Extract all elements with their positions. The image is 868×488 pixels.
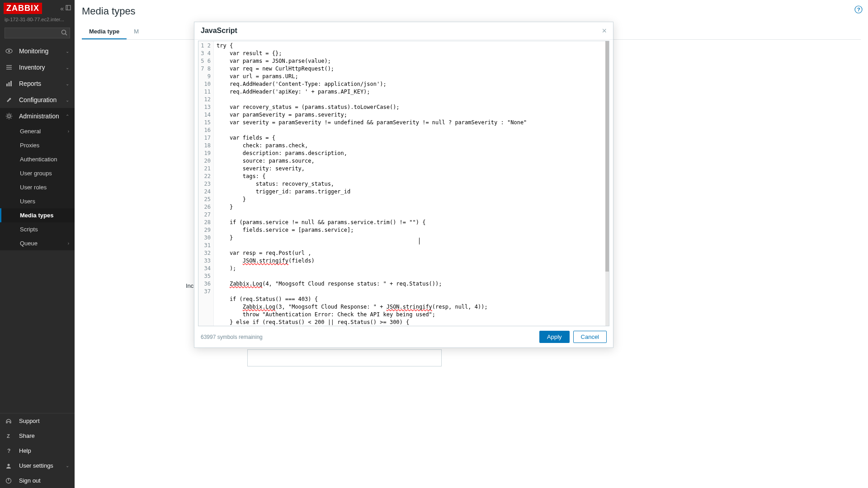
sidebar-item-proxies[interactable]: Proxies	[0, 138, 75, 152]
sidebar-item-general[interactable]: General ›	[0, 124, 75, 138]
sidebar-item-help[interactable]: ? Help	[0, 443, 75, 458]
nav-label: User groups	[20, 170, 52, 177]
page-title: Media types	[82, 5, 861, 17]
hostname: ip-172-31-80-77.ec2.inter...	[0, 17, 75, 26]
sidebar-item-usergroups[interactable]: User groups	[0, 166, 75, 180]
page-help-icon[interactable]: ?	[854, 5, 863, 14]
close-icon[interactable]: ×	[602, 27, 607, 35]
chevron-down-icon: ⌄	[66, 49, 69, 54]
nav-label: Share	[19, 432, 35, 439]
popout-icon[interactable]	[66, 5, 71, 12]
main: Media types ? Media type M Incl JavaScri…	[75, 0, 868, 488]
nav-label: Administration	[19, 113, 59, 120]
search-icon[interactable]	[59, 28, 69, 37]
line-gutter: 1 2 3 4 5 6 7 8 9 10 11 12 13 14 15 16 1…	[198, 41, 214, 326]
svg-text:?: ?	[7, 448, 10, 454]
sidebar-item-administration[interactable]: Administration ⌃	[0, 108, 75, 124]
nav-label: Monitoring	[19, 47, 48, 55]
chevron-down-icon: ⌄	[66, 81, 69, 86]
chevron-right-icon: ›	[68, 129, 69, 134]
svg-line-2	[66, 34, 67, 36]
nav-label: Media types	[20, 212, 53, 219]
nav-label: Sign out	[19, 477, 41, 484]
sidebar-item-queue[interactable]: Queue ›	[0, 236, 75, 250]
signout-icon	[5, 478, 14, 484]
nav-label: Proxies	[20, 142, 39, 149]
logo-row: ZABBIX «	[0, 0, 75, 17]
nav-label: Inventory	[19, 64, 45, 71]
nav-label: Scripts	[20, 226, 38, 233]
wrench-icon	[5, 96, 14, 103]
hidden-textarea[interactable]	[247, 349, 442, 366]
nav-label: User roles	[20, 184, 47, 191]
sidebar-item-share[interactable]: Z Share	[0, 428, 75, 443]
modal-header: JavaScript ×	[194, 22, 613, 40]
sidebar-item-monitoring[interactable]: Monitoring ⌄	[0, 43, 75, 59]
cancel-button[interactable]: Cancel	[573, 331, 607, 343]
code-area[interactable]: try { var result = {}; var params = JSON…	[214, 41, 609, 326]
sidebar-item-inventory[interactable]: Inventory ⌄	[0, 59, 75, 75]
headset-icon	[5, 418, 14, 424]
nav-label: Configuration	[19, 96, 57, 103]
svg-point-1	[62, 30, 66, 34]
sidebar-item-configuration[interactable]: Configuration ⌄	[0, 92, 75, 108]
symbols-remaining: 63997 symbols remaining	[201, 334, 263, 340]
svg-rect-10	[10, 81, 12, 86]
sidebar-item-usersettings[interactable]: User settings ⌄	[0, 458, 75, 473]
svg-rect-9	[9, 82, 10, 86]
eye-icon	[5, 47, 14, 55]
sidebar-item-signout[interactable]: Sign out	[0, 473, 75, 488]
sidebar-item-users[interactable]: Users	[0, 194, 75, 208]
share-icon: Z	[5, 433, 14, 439]
svg-text:?: ?	[857, 7, 860, 12]
sidebar-item-userroles[interactable]: User roles	[0, 180, 75, 194]
sidebar-item-mediatypes[interactable]: Media types	[0, 208, 75, 222]
nav-footer: Support Z Share ? Help User settings ⌄ S…	[0, 413, 75, 488]
chevron-down-icon: ⌄	[66, 463, 69, 468]
tab-partial[interactable]: M	[127, 24, 146, 39]
scrollbar-thumb[interactable]	[605, 41, 609, 272]
code-editor[interactable]: 1 2 3 4 5 6 7 8 9 10 11 12 13 14 15 16 1…	[198, 41, 609, 326]
javascript-modal: JavaScript × 1 2 3 4 5 6 7 8 9 10 11 12 …	[194, 22, 613, 348]
help-icon: ?	[5, 448, 14, 454]
chevron-up-icon: ⌃	[66, 114, 69, 119]
user-icon	[5, 463, 14, 469]
modal-backdrop: JavaScript × 1 2 3 4 5 6 7 8 9 10 11 12 …	[75, 0, 868, 488]
sidebar-item-support[interactable]: Support	[0, 413, 75, 428]
svg-point-11	[8, 115, 10, 117]
svg-point-4	[8, 50, 10, 52]
sidebar: ZABBIX « ip-172-31-80-77.ec2.inter... Mo…	[0, 0, 75, 488]
nav-label: Users	[20, 198, 35, 205]
nav-label: User settings	[19, 462, 53, 469]
scrollbar[interactable]	[605, 41, 609, 326]
collapse-icon[interactable]: «	[60, 5, 64, 12]
nav: Monitoring ⌄ Inventory ⌄ Reports ⌄ Confi…	[0, 43, 75, 413]
nav-label: Reports	[19, 80, 41, 87]
nav-label: General	[20, 128, 41, 135]
gear-icon	[5, 113, 14, 120]
sidebar-item-authentication[interactable]: Authentication	[0, 152, 75, 166]
sidebar-item-reports[interactable]: Reports ⌄	[0, 75, 75, 92]
chart-icon	[5, 80, 14, 87]
svg-text:Z: Z	[7, 433, 10, 439]
chevron-right-icon: ›	[68, 241, 69, 246]
modal-footer: 63997 symbols remaining Apply Cancel	[194, 326, 613, 347]
search-box	[5, 28, 70, 38]
chevron-down-icon: ⌄	[66, 98, 69, 103]
svg-rect-0	[66, 5, 71, 10]
nav-label: Help	[19, 447, 31, 454]
logo[interactable]: ZABBIX	[4, 3, 42, 14]
nav-label: Support	[19, 418, 40, 424]
svg-point-14	[8, 464, 10, 466]
list-icon	[5, 64, 14, 71]
apply-button[interactable]: Apply	[539, 331, 570, 343]
sidebar-item-scripts[interactable]: Scripts	[0, 222, 75, 236]
chevron-down-icon: ⌄	[66, 65, 69, 70]
nav-label: Authentication	[20, 156, 57, 163]
svg-rect-8	[6, 84, 8, 86]
tab-mediatype[interactable]: Media type	[82, 24, 127, 39]
modal-title: JavaScript	[201, 27, 237, 35]
nav-label: Queue	[20, 240, 38, 247]
